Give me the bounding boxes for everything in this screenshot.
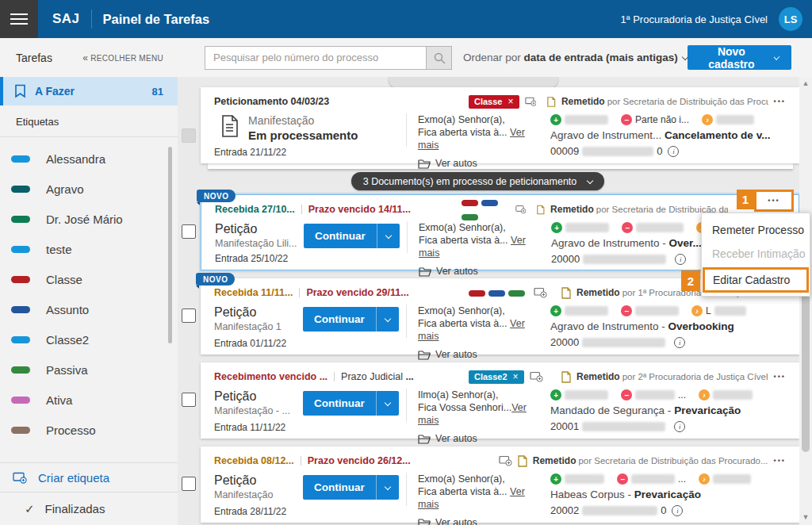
party-removed: ... [621,389,686,400]
search-input[interactable] [205,46,427,70]
status-line: Recebimento vencido ...Prazo Judicial ..… [214,371,414,382]
party-move-icon [699,473,710,485]
label-tag[interactable]: Classe2× [469,370,524,384]
add-label-icon[interactable] [530,371,543,382]
hamburger-menu-icon[interactable] [0,0,38,38]
annotation-badge-1: 1 [737,190,754,209]
sidebar-item-a-fazer[interactable]: A Fazer 81 [0,77,178,105]
menu-item-editar-cadastro[interactable]: Editar Cadastro [705,270,806,290]
task-checkbox[interactable] [182,308,196,323]
collapsed-documents-pill[interactable] [389,77,558,88]
task-card[interactable]: Peticionamento 04/03/23 Classe× Remetido… [201,87,799,163]
task-checkbox[interactable] [182,477,196,491]
more-options-button[interactable]: ••• [774,98,786,105]
label-tag[interactable]: Classe× [469,95,519,109]
process-class: Mandado de Segurança - Prevaricação [550,404,786,416]
sidebar: A Fazer 81 Etiquetas Alessandra Agravo D… [0,77,178,525]
redacted-text [582,422,665,431]
main-scrollbar[interactable]: ▲ ▼ [799,77,812,525]
folder-icon [418,518,431,525]
party-add-icon [551,222,562,233]
more-options-button[interactable]: ••• [774,373,786,381]
context-menu: Remeter Processo Receber Intimação 2 Edi… [701,213,810,297]
redacted-text [565,306,608,316]
ver-autos-button[interactable]: Ver autos [418,516,542,525]
document-page-icon [518,455,527,467]
create-label-button[interactable]: Criar etiqueta [0,462,178,492]
label-color-pill [11,216,30,223]
add-label-icon[interactable] [515,204,527,215]
add-label-icon[interactable] [499,455,512,466]
menu-item-remeter-processo[interactable]: Remeter Processo [702,218,810,242]
remove-tag-icon[interactable]: × [513,372,519,381]
scroll-down-icon[interactable]: ▼ [799,513,812,521]
search-button[interactable] [427,46,452,70]
task-card[interactable]: Recebida 08/12...Prazo vencido 26/12... … [201,446,799,523]
party-move-icon [702,114,713,125]
app-header: SAJ Painel de Tarefas 1ª Procuradoria de… [38,0,812,38]
scroll-up-icon[interactable]: ▲ [799,79,812,87]
continuar-dropdown-button[interactable] [376,391,399,416]
sidebar-label-item[interactable]: Processo [0,415,178,445]
continuar-button[interactable]: Continuar [303,307,376,331]
sidebar-label-item[interactable]: teste [0,234,178,264]
ver-autos-button[interactable]: Ver autos [418,432,542,445]
sidebar-label-item[interactable]: Passiva [0,354,178,385]
add-label-icon[interactable] [525,96,537,107]
bookmark-icon [14,84,26,98]
sidebar-item-finalizadas[interactable]: Finalizadas [0,492,178,525]
more-options-button[interactable]: ••• [774,457,786,465]
card-header-text: Peticionamento 04/03/23 [214,96,329,107]
redacted-text [582,506,657,515]
sidebar-label-item[interactable]: Classe [0,264,178,294]
sidebar-label-item[interactable]: Classe2 [0,324,178,354]
novo-badge: NOVO [196,273,235,285]
sidebar-label-item[interactable]: Classe3 [0,445,178,456]
add-label-icon[interactable] [534,287,547,298]
continuar-button[interactable]: Continuar [304,224,377,248]
redacted-text [565,474,604,484]
label-color-pills [469,285,528,300]
sidebar-label-item[interactable]: Assunto [0,294,178,324]
continuar-dropdown-button[interactable] [376,475,399,500]
redacted-text [583,255,666,264]
task-list-panel: Peticionamento 04/03/23 Classe× Remetido… [178,77,812,525]
label-color-pill [11,366,30,374]
ver-autos-button[interactable]: Ver autos [418,348,542,361]
more-options-button[interactable]: ••• [754,190,794,212]
continuar-dropdown-button[interactable] [377,224,400,248]
continuar-button[interactable]: Continuar [303,391,376,416]
task-card[interactable]: Recebimento vencido ...Prazo Judicial ..… [201,362,799,439]
continuar-button[interactable]: Continuar [303,475,376,500]
task-subtitle: Manifestação - ... [214,404,303,417]
task-checkbox[interactable] [182,224,196,239]
redacted-text [631,474,675,484]
remove-tag-icon[interactable]: × [508,97,513,106]
label-color-pill [11,186,30,193]
sidebar-scrollbar[interactable] [168,147,172,343]
sidebar-label-item[interactable]: Alessandra [0,144,178,174]
party-add-icon [550,473,561,485]
sidebar-label-item[interactable]: Agravo [0,174,178,204]
continuar-dropdown-button[interactable] [376,307,399,331]
new-record-button[interactable]: Novo cadastro [688,45,791,70]
search-group [205,46,452,70]
menu-item-receber-intimacao: Receber Intimação [702,242,810,266]
sort-dropdown[interactable]: Ordenar por data de entrada (mais antiga… [463,52,688,63]
redacted-text [582,338,665,347]
party-moved [699,473,751,485]
sidebar-label-item[interactable]: Ativa [0,385,178,415]
collapse-menu-button[interactable]: «RECOLHER MENU [82,52,163,63]
label-color-pill [11,306,30,313]
greeting-line: Exmo(a) Senhor(a), [419,221,543,234]
remetido-info: Remetidopor 2ª Procuradoria de Justiça C… [576,371,768,382]
task-title: Petição [214,389,303,404]
documents-expander-pill[interactable]: 3 Documento(s) em processo de peticionam… [351,172,605,190]
sidebar-label-item[interactable]: Dr. José Mário [0,204,178,234]
ver-autos-button[interactable]: Ver autos [419,265,543,278]
user-avatar[interactable]: LS [779,7,802,31]
scrollbar-thumb[interactable] [802,293,810,452]
entry-date: Entrada 01/11/22 [214,338,786,349]
task-checkbox[interactable] [182,393,196,407]
party-removed [621,305,679,316]
